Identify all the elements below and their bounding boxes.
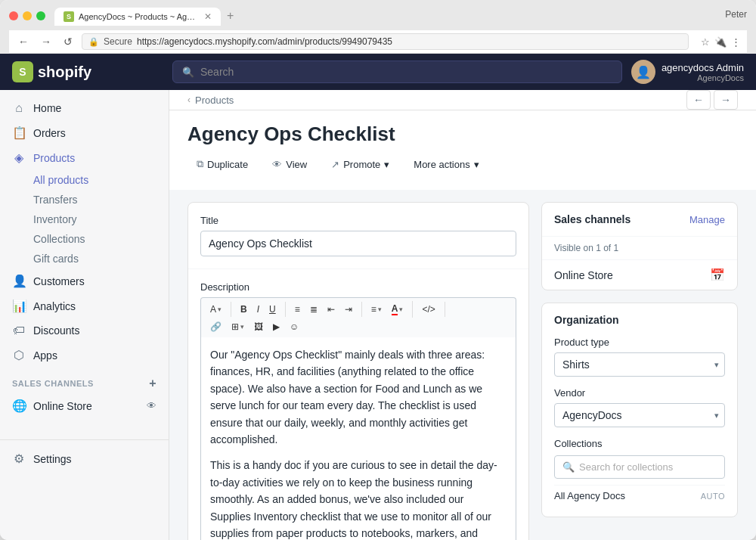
sidebar-sub-all-products[interactable]: All products <box>33 170 169 190</box>
minimize-button[interactable] <box>23 11 32 20</box>
sidebar-item-analytics[interactable]: 📊 Analytics <box>0 293 169 318</box>
bold-button[interactable]: B <box>236 302 252 317</box>
more-actions-dropdown-icon: ▾ <box>474 159 479 170</box>
font-family-button[interactable]: A ▾ <box>206 302 226 317</box>
customers-icon: 👤 <box>12 274 26 288</box>
browser-tab[interactable]: S AgencyDocs ~ Products ~ Agu... ✕ <box>54 8 221 26</box>
insert-group: 🔗 ⊞▾ 🖼 ▶ ☺ <box>206 319 308 334</box>
product-type-select[interactable]: Shirts <box>554 352 725 377</box>
view-button[interactable]: 👁 View <box>263 154 316 175</box>
page-header: ‹ Products ← → <box>169 90 756 110</box>
address-bar[interactable]: 🔒 Secure https://agencydocs.myshopify.co… <box>82 33 689 50</box>
video-button[interactable]: ▶ <box>268 319 284 334</box>
user-store: AgencyDocs <box>662 73 744 82</box>
discounts-icon: 🏷 <box>12 324 26 337</box>
promote-icon: ↗ <box>331 159 339 170</box>
text-format-group: B I U <box>236 302 286 317</box>
sidebar-item-orders[interactable]: 📋 Orders <box>0 120 169 145</box>
more-actions-button[interactable]: More actions ▾ <box>404 154 488 175</box>
font-dropdown-icon: ▾ <box>218 306 222 313</box>
online-store-eye-icon: 👁 <box>147 400 156 411</box>
product-type-label: Product type <box>554 337 725 348</box>
indent-right-button[interactable]: ⇥ <box>340 302 357 317</box>
table-button[interactable]: ⊞▾ <box>227 319 249 334</box>
sidebar-item-home[interactable]: ⌂ Home <box>0 96 169 120</box>
apps-icon: ⬡ <box>12 348 26 362</box>
collections-search-placeholder: Search for collections <box>579 461 673 473</box>
promote-dropdown-icon: ▾ <box>384 159 389 170</box>
sidebar-item-products[interactable]: ◈ Products <box>0 145 169 170</box>
forward-button[interactable]: → <box>38 34 54 49</box>
extensions-button[interactable]: 🔌 <box>714 36 727 48</box>
top-nav: S shopify 🔍 Search 👤 agencydocs Admin Ag… <box>0 54 756 90</box>
collections-search[interactable]: 🔍 Search for collections <box>554 455 725 479</box>
duplicate-button[interactable]: ⧉ Duplicate <box>187 154 257 175</box>
description-label: Description <box>200 281 516 293</box>
tab-close-icon[interactable]: ✕ <box>204 11 212 22</box>
search-bar[interactable]: 🔍 Search <box>172 61 622 83</box>
sidebar-label-orders: Orders <box>33 127 66 139</box>
sidebar-divider <box>0 439 169 440</box>
sidebar-sub-inventory[interactable]: Inventory <box>33 209 169 229</box>
sidebar-label-apps: Apps <box>33 349 57 362</box>
page-navigation: ← → <box>686 90 738 110</box>
user-area[interactable]: 👤 agencydocs Admin AgencyDocs <box>631 60 744 84</box>
align-group: ≡▾ A ▾ <box>367 301 414 318</box>
sidebar-label-discounts: Discounts <box>33 324 79 337</box>
ordered-list-button[interactable]: ≣ <box>305 302 322 317</box>
secure-icon: 🔒 <box>88 37 99 47</box>
breadcrumb-products-link[interactable]: Products <box>195 95 234 106</box>
sidebar-item-discounts[interactable]: 🏷 Discounts <box>0 318 169 343</box>
italic-button[interactable]: I <box>253 302 264 317</box>
editor-content[interactable]: Our "Agency Ops Checklist" mainly deals … <box>200 337 516 540</box>
left-column: Title Description A <box>187 202 529 540</box>
back-button[interactable]: ← <box>15 34 32 49</box>
next-product-button[interactable]: → <box>714 90 738 110</box>
font-color-button[interactable]: A ▾ <box>387 301 408 318</box>
vendor-field: Vendor AgencyDocs ▾ <box>554 387 725 427</box>
view-icon: 👁 <box>272 159 282 170</box>
prev-product-button[interactable]: ← <box>686 90 711 110</box>
emoji-button[interactable]: ☺ <box>285 319 303 334</box>
sidebar-item-customers[interactable]: 👤 Customers <box>0 268 169 293</box>
sidebar-label-home: Home <box>33 102 61 114</box>
color-dropdown-icon: ▾ <box>399 306 403 313</box>
sidebar-item-online-store[interactable]: 🌐 Online Store 👁 <box>0 393 169 418</box>
user-name: agencydocs Admin <box>662 62 744 73</box>
title-input[interactable] <box>200 231 516 256</box>
logo-area: S shopify <box>12 61 163 82</box>
org-title: Organization <box>554 314 725 326</box>
new-tab-button[interactable]: + <box>221 6 240 26</box>
code-button[interactable]: </> <box>417 302 439 317</box>
sidebar-item-settings[interactable]: ⚙ Settings <box>0 446 169 471</box>
bookmark-button[interactable]: ☆ <box>701 36 710 48</box>
vendor-select[interactable]: AgencyDocs <box>554 403 725 427</box>
sidebar-item-apps[interactable]: ⬡ Apps <box>0 343 169 368</box>
align-button[interactable]: ≡▾ <box>367 302 386 317</box>
underline-button[interactable]: U <box>265 302 280 317</box>
promote-button[interactable]: ↗ Promote ▾ <box>322 154 398 175</box>
close-button[interactable] <box>9 11 18 20</box>
tab-title: AgencyDocs ~ Products ~ Agu... <box>79 12 197 21</box>
shopify-bag-icon: S <box>12 61 33 82</box>
sidebar-sub-transfers[interactable]: Transfers <box>33 190 169 209</box>
indent-left-button[interactable]: ⇤ <box>323 302 339 317</box>
user-info: agencydocs Admin AgencyDocs <box>662 62 744 82</box>
sidebar-sub-gift-cards[interactable]: Gift cards <box>33 249 169 268</box>
manage-link[interactable]: Manage <box>689 214 725 225</box>
reload-button[interactable]: ↺ <box>60 34 76 49</box>
sidebar-sub-collections[interactable]: Collections <box>33 229 169 249</box>
description-paragraph-2: This is a handy doc if you are curious t… <box>210 457 507 540</box>
secure-text: Secure <box>104 36 132 47</box>
unordered-list-button[interactable]: ≡ <box>290 302 305 317</box>
shopify-logo[interactable]: S shopify <box>12 61 91 82</box>
menu-button[interactable]: ⋮ <box>731 36 741 48</box>
collections-field: Collections 🔍 Search for collections All… <box>554 438 725 506</box>
link-button[interactable]: 🔗 <box>206 319 226 334</box>
add-sales-channel-button[interactable]: + <box>149 377 156 390</box>
maximize-button[interactable] <box>36 11 45 20</box>
sales-channels-title: Sales channels <box>554 213 631 225</box>
vendor-select-wrapper: AgencyDocs ▾ <box>554 403 725 427</box>
image-button[interactable]: 🖼 <box>249 319 268 334</box>
sidebar-label-customers: Customers <box>33 275 85 287</box>
